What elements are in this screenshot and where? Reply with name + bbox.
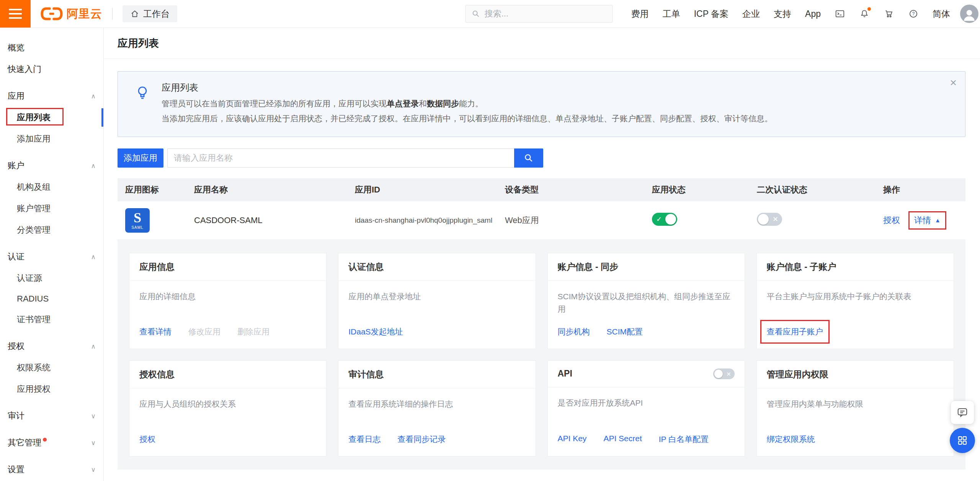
language-switcher[interactable]: 简体 xyxy=(933,8,950,20)
sidebar-item-add-app[interactable]: 添加应用 xyxy=(0,128,103,150)
content: 应用列表 管理员可以在当前页面管理已经添加的所有应用，应用可以实现单点登录和数据… xyxy=(104,59,980,481)
card-title: API xyxy=(558,368,572,379)
detail-button[interactable]: 详情 xyxy=(914,215,931,226)
item-label: 证书管理 xyxy=(17,315,51,324)
api-key-link[interactable]: API Key xyxy=(558,434,587,445)
sidebar-item-quick-start[interactable]: 快速入门 xyxy=(0,59,103,80)
card-sub-accounts: 账户信息 - 子账户 平台主账户与应用系统中子账户的关联表 查看应用子账户 xyxy=(756,253,954,349)
view-sub-accounts-link[interactable]: 查看应用子账户 xyxy=(767,326,823,337)
bell-icon[interactable] xyxy=(859,8,870,19)
toggle-knob xyxy=(714,370,723,378)
app-status-toggle[interactable]: ✓ xyxy=(652,213,677,226)
app-toolbar: 添加应用 xyxy=(118,148,965,168)
info-banner: 应用列表 管理员可以在当前页面管理已经添加的所有应用，应用可以实现单点登录和数据… xyxy=(118,71,965,137)
sidebar-item-overview[interactable]: 概览 xyxy=(0,37,103,59)
view-logs-link[interactable]: 查看日志 xyxy=(348,434,381,445)
card-account-sync: 账户信息 - 同步 SCIM协议设置以及把组织机构、组同步推送至应用 同步机构 … xyxy=(547,253,745,349)
sidebar-item-permission-systems[interactable]: 权限系统 xyxy=(0,357,103,378)
sidebar-item-category-mgmt[interactable]: 分类管理 xyxy=(0,219,103,241)
idaas-sso-url-link[interactable]: IDaaS发起地址 xyxy=(348,326,403,337)
check-icon: ✓ xyxy=(656,216,662,223)
sidebar-item-radius[interactable]: RADIUS xyxy=(0,289,103,309)
global-search-input[interactable] xyxy=(484,8,606,19)
add-app-button[interactable]: 添加应用 xyxy=(118,148,163,168)
sidebar-group-apps[interactable]: 应用 ∧ xyxy=(0,85,103,107)
scim-config-link[interactable]: SCIM配置 xyxy=(607,326,643,337)
device-type-cell: Web应用 xyxy=(497,215,644,226)
sidebar-group-audit[interactable]: 审计 ∨ xyxy=(0,405,103,427)
sidebar-group-accounts[interactable]: 账户 ∧ xyxy=(0,155,103,176)
app-name-search-input[interactable] xyxy=(167,148,514,168)
authorize-button[interactable]: 授权 xyxy=(883,215,900,226)
annotation-box-detail: 详情 ▲ xyxy=(908,211,946,230)
item-label: 添加应用 xyxy=(17,134,51,143)
ip-whitelist-link[interactable]: IP 白名单配置 xyxy=(659,434,709,445)
modify-app-link: 修改应用 xyxy=(188,326,220,337)
view-sync-records-link[interactable]: 查看同步记录 xyxy=(397,434,446,445)
app-name-cell: CASDOOR-SAML xyxy=(186,215,347,225)
api-toggle[interactable]: ✕ xyxy=(713,368,735,379)
item-label: 认证源 xyxy=(17,273,42,283)
nav-support[interactable]: 支持 xyxy=(774,8,791,20)
card-desc: 查看应用系统详细的操作日志 xyxy=(348,398,525,411)
card-title: 授权信息 xyxy=(139,368,175,380)
red-badge-dot xyxy=(43,438,47,442)
sidebar-item-auth-sources[interactable]: 认证源 xyxy=(0,267,103,289)
survey-widget-button[interactable] xyxy=(950,428,975,453)
view-details-link[interactable]: 查看详情 xyxy=(139,326,172,337)
chevron-up-icon: ∧ xyxy=(91,253,96,261)
banner-text: 应用列表 管理员可以在当前页面管理已经添加的所有应用，应用可以实现单点登录和数据… xyxy=(162,82,773,127)
hamburger-menu-button[interactable] xyxy=(0,0,31,28)
item-label: 账户管理 xyxy=(17,204,51,213)
card-desc: 平台主账户与应用系统中子账户的关联表 xyxy=(767,290,944,303)
mfa-status-toggle[interactable]: ✕ xyxy=(757,213,782,226)
nav-icp[interactable]: ICP 备案 xyxy=(694,8,728,20)
sidebar-item-org-groups[interactable]: 机构及组 xyxy=(0,176,103,198)
sidebar-item-app-authorization[interactable]: 应用授权 xyxy=(0,378,103,400)
pagination: 共 1 条 ‹ 1 › 10 条/页 ∨ 跳至 页 xyxy=(118,470,965,481)
chevron-up-icon: ∧ xyxy=(91,342,96,351)
bind-permission-system-link[interactable]: 绑定权限系统 xyxy=(767,434,815,445)
feedback-chat-button[interactable] xyxy=(951,401,974,424)
lightbulb-icon xyxy=(134,85,151,101)
grid-icon xyxy=(957,435,968,446)
nav-billing[interactable]: 费用 xyxy=(631,8,649,20)
card-desc: 应用的详细信息 xyxy=(139,290,316,303)
nav-tickets[interactable]: 工单 xyxy=(663,8,680,20)
help-icon[interactable]: ? xyxy=(908,8,919,19)
sidebar-item-account-mgmt[interactable]: 账户管理 xyxy=(0,198,103,219)
search-button[interactable] xyxy=(514,148,543,168)
api-secret-link[interactable]: API Secret xyxy=(603,434,642,445)
sidebar-group-other-mgmt[interactable]: 其它管理 ∨ xyxy=(0,432,103,453)
group-label: 设置 xyxy=(8,464,24,475)
close-icon[interactable]: × xyxy=(950,77,957,88)
group-label: 授权 xyxy=(8,341,24,352)
sidebar-group-authorization[interactable]: 授权 ∧ xyxy=(0,336,103,357)
chevron-up-icon: ∧ xyxy=(91,162,96,170)
chevron-down-icon: ∨ xyxy=(91,466,96,474)
card-in-app-permissions: 管理应用内权限 管理应用内菜单与功能权限 绑定权限系统 xyxy=(756,360,954,457)
toggle-knob xyxy=(758,214,769,225)
authorize-link[interactable]: 授权 xyxy=(139,434,155,445)
global-search[interactable] xyxy=(465,5,613,23)
console-icon[interactable] xyxy=(835,8,845,19)
nav-app[interactable]: App xyxy=(805,9,821,19)
alibaba-cloud-logo[interactable]: 阿里云 xyxy=(41,6,102,22)
group-label: 其它管理 xyxy=(8,437,47,448)
idaas-console-screen: 阿里云 工作台 费用 工单 ICP 备案 企业 支持 App xyxy=(0,0,980,481)
sidebar-item-cert-mgmt[interactable]: 证书管理 xyxy=(0,309,103,330)
nav-enterprise[interactable]: 企业 xyxy=(742,8,760,20)
sidebar-group-authentication[interactable]: 认证 ∧ xyxy=(0,246,103,267)
avatar[interactable] xyxy=(960,5,978,23)
chevron-down-icon: ∨ xyxy=(91,412,96,420)
sync-org-link[interactable]: 同步机构 xyxy=(558,326,590,337)
workbench-button[interactable]: 工作台 xyxy=(122,5,177,22)
sidebar-item-app-list[interactable]: 应用列表 xyxy=(0,107,103,128)
group-label: 审计 xyxy=(8,410,24,422)
app-detail-panel: 应用信息 应用的详细信息 查看详情 修改应用 删除应用 xyxy=(118,240,965,470)
person-icon xyxy=(961,6,978,23)
cart-icon[interactable] xyxy=(884,8,894,19)
main-area: 应用列表 应用列表 管理员可以在当前页面管理已经添加的所有应用，应用可以实现单点… xyxy=(104,28,980,481)
sidebar-group-settings[interactable]: 设置 ∨ xyxy=(0,459,103,480)
banner-title: 应用列表 xyxy=(162,82,773,94)
